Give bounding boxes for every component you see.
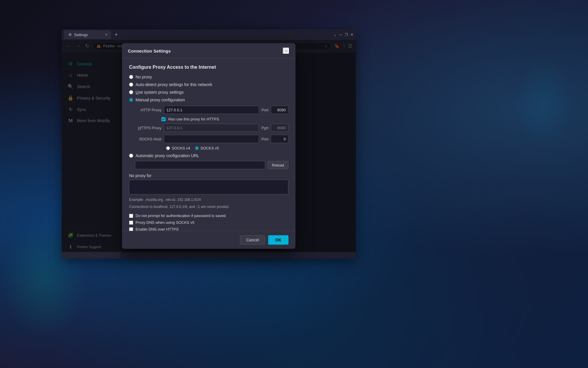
auto-proxy-url-row: Reload <box>135 161 288 169</box>
dialog-footer: Cancel OK <box>122 231 295 249</box>
modal-overlay: Connection Settings ✕ Configure Proxy Ac… <box>62 40 356 252</box>
dialog-body: Configure Proxy Access to the Internet N… <box>122 59 295 231</box>
auto-detect-label: Auto-detect proxy settings for this netw… <box>136 82 212 87</box>
socks-host-label: SOCKS Host <box>135 137 161 141</box>
socks-host-input[interactable] <box>164 135 259 143</box>
http-port-label: Port <box>261 108 268 112</box>
no-auth-checkbox[interactable] <box>129 214 133 218</box>
bottom-checkboxes: Do not prompt for authentication if pass… <box>129 214 288 231</box>
https-proxy-input[interactable] <box>164 124 259 132</box>
radio-auto-proxy-url[interactable]: Automatic proxy configuration URL <box>129 153 288 158</box>
proxy-dns-label: Proxy DNS when using SOCKS v5 <box>136 220 194 225</box>
tab-bar: ⚙ Settings ✕ + ⌄ — ❐ ✕ <box>62 29 356 40</box>
check-proxy-dns-row: Proxy DNS when using SOCKS v5 <box>129 220 288 225</box>
tab-bar-controls: ⌄ — ❐ ✕ <box>334 33 353 37</box>
also-https-row: Also use this proxy for HTTPS <box>161 117 288 121</box>
auto-proxy-url-input[interactable] <box>135 161 265 169</box>
tab-close-button[interactable]: ✕ <box>105 33 108 37</box>
auto-proxy-url-label: Automatic proxy configuration URL <box>136 153 199 158</box>
cancel-button[interactable]: Cancel <box>240 235 265 245</box>
socks-v4-option[interactable]: SOCKS v4 <box>166 146 190 150</box>
socks-v4-label: SOCKS v4 <box>172 146 190 150</box>
proxy-form: HTTP Proxy Port Also use this proxy for … <box>135 106 288 150</box>
reload-button[interactable]: Reload <box>268 161 288 169</box>
http-proxy-label: HTTP Proxy <box>135 108 161 112</box>
socks-v4-radio[interactable] <box>166 146 170 150</box>
ok-button[interactable]: OK <box>268 235 288 245</box>
no-proxy-example1: Example: .mozilla.org, .net.nz, 192.168.… <box>129 197 288 202</box>
socks-v5-radio[interactable] <box>195 146 199 150</box>
connection-settings-dialog: Connection Settings ✕ Configure Proxy Ac… <box>122 43 295 249</box>
radio-system-proxy[interactable]: Use system proxy settings <box>129 90 288 95</box>
minimize-button[interactable]: — <box>339 33 343 37</box>
system-proxy-label: Use system proxy settings <box>136 90 183 95</box>
dns-https-checkbox[interactable] <box>129 227 133 231</box>
dialog-close-button[interactable]: ✕ <box>283 47 290 54</box>
manual-proxy-radio[interactable] <box>129 98 133 102</box>
new-tab-button[interactable]: + <box>112 32 120 38</box>
tab-list-button[interactable]: ⌄ <box>334 33 337 37</box>
check-no-auth-row: Do not prompt for authentication if pass… <box>129 214 288 218</box>
also-https-checkbox[interactable] <box>161 117 166 121</box>
tab-favicon: ⚙ <box>68 32 72 37</box>
radio-no-proxy[interactable]: No proxy <box>129 75 288 79</box>
no-auth-label: Do not prompt for authentication if pass… <box>136 214 225 218</box>
no-proxy-for-label: No proxy for <box>129 173 288 178</box>
http-port-input[interactable] <box>271 106 288 114</box>
maximize-button[interactable]: ❐ <box>345 33 348 37</box>
socks-version-row: SOCKS v4 SOCKS v5 <box>166 146 288 150</box>
http-proxy-row: HTTP Proxy Port <box>135 106 288 114</box>
section-title: Configure Proxy Access to the Internet <box>129 65 288 70</box>
socks-v5-option[interactable]: SOCKS v5 <box>195 146 219 150</box>
check-dns-https-row: Enable DNS over HTTPS <box>129 227 288 231</box>
auto-detect-radio[interactable] <box>129 83 133 87</box>
system-proxy-radio[interactable] <box>129 90 133 94</box>
dns-https-label: Enable DNS over HTTPS <box>136 227 179 231</box>
socks-host-row: SOCKS Host Port <box>135 135 288 143</box>
https-proxy-label: HTTPS Proxy <box>135 126 161 130</box>
tab-title: Settings <box>74 33 88 37</box>
proxy-dns-checkbox[interactable] <box>129 221 133 225</box>
socks-port-label: Port <box>261 137 268 141</box>
https-port-label: Port <box>261 126 268 130</box>
manual-proxy-label: Manual proxy configuration <box>136 98 185 102</box>
no-proxy-radio[interactable] <box>129 75 133 79</box>
socks-v5-label: SOCKS v5 <box>201 146 219 150</box>
no-proxy-example2: Connections to localhost, 127.0.0.1/8, a… <box>129 204 288 209</box>
dialog-title: Connection Settings <box>128 48 171 53</box>
no-proxy-textarea[interactable] <box>129 180 288 194</box>
settings-tab[interactable]: ⚙ Settings ✕ <box>64 30 111 39</box>
https-proxy-row: HTTPS Proxy Port <box>135 124 288 132</box>
socks-port-input[interactable] <box>271 135 288 143</box>
radio-auto-detect[interactable]: Auto-detect proxy settings for this netw… <box>129 82 288 87</box>
http-proxy-input[interactable] <box>164 106 259 114</box>
close-window-button[interactable]: ✕ <box>350 33 353 37</box>
also-https-label: Also use this proxy for HTTPS <box>168 117 219 121</box>
https-port-input[interactable] <box>271 124 288 132</box>
dialog-header: Connection Settings ✕ <box>122 43 295 59</box>
radio-manual-proxy[interactable]: Manual proxy configuration <box>129 98 288 102</box>
bg-glow-right <box>514 59 573 147</box>
no-proxy-label: No proxy <box>136 75 152 79</box>
auto-proxy-url-radio[interactable] <box>129 154 133 158</box>
